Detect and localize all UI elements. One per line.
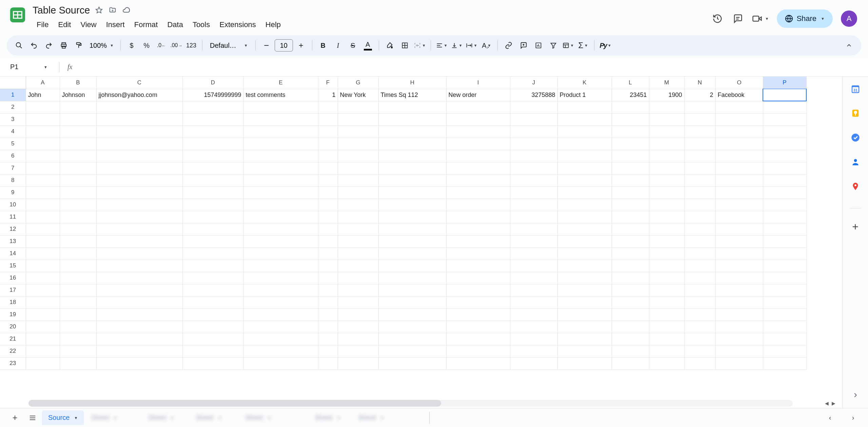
history-icon[interactable] <box>711 13 724 25</box>
col-header-J[interactable]: J <box>510 77 557 89</box>
cell[interactable] <box>684 296 715 308</box>
cell[interactable] <box>96 308 182 321</box>
cell[interactable] <box>557 223 612 235</box>
cell[interactable] <box>60 125 96 138</box>
cell[interactable] <box>60 235 96 247</box>
cell[interactable] <box>378 150 446 162</box>
cell[interactable] <box>684 113 715 125</box>
cell[interactable] <box>557 101 612 113</box>
cell[interactable] <box>338 345 378 357</box>
cell[interactable] <box>510 296 557 308</box>
bold-button[interactable]: B <box>316 39 330 52</box>
cell[interactable] <box>510 260 557 272</box>
maps-icon[interactable] <box>849 180 862 192</box>
cell[interactable] <box>26 162 60 174</box>
cell[interactable] <box>26 284 60 296</box>
print-icon[interactable] <box>57 39 71 52</box>
cell[interactable] <box>26 357 60 369</box>
cell[interactable] <box>96 223 182 235</box>
cell[interactable] <box>96 247 182 260</box>
cell[interactable] <box>446 260 510 272</box>
menu-insert[interactable]: Insert <box>102 18 129 31</box>
cell[interactable] <box>60 223 96 235</box>
cell[interactable] <box>510 162 557 174</box>
cell[interactable] <box>763 186 806 199</box>
zoom-selector[interactable]: 100%▼ <box>87 42 116 49</box>
cell[interactable]: 23451 <box>612 89 649 101</box>
cell[interactable]: 3275888 <box>510 89 557 101</box>
sheets-logo[interactable] <box>7 4 28 26</box>
cell[interactable] <box>446 235 510 247</box>
row-header[interactable]: 9 <box>0 186 26 199</box>
cell[interactable] <box>96 284 182 296</box>
cell[interactable] <box>243 101 318 113</box>
row-header[interactable]: 16 <box>0 272 26 284</box>
cell[interactable] <box>96 101 182 113</box>
cell[interactable] <box>26 125 60 138</box>
cell[interactable] <box>763 199 806 211</box>
formula-bar[interactable] <box>78 62 861 72</box>
cell[interactable] <box>318 260 338 272</box>
cell[interactable] <box>446 296 510 308</box>
cell[interactable] <box>96 211 182 223</box>
row-header[interactable]: 11 <box>0 211 26 223</box>
cell[interactable] <box>96 138 182 150</box>
doc-title[interactable]: Table Source <box>33 5 90 16</box>
col-header-L[interactable]: L <box>612 77 649 89</box>
row-header[interactable]: 17 <box>0 284 26 296</box>
cell[interactable] <box>338 247 378 260</box>
cell[interactable] <box>763 150 806 162</box>
cell[interactable] <box>60 138 96 150</box>
cell[interactable] <box>612 150 649 162</box>
cell[interactable] <box>510 101 557 113</box>
cell[interactable] <box>338 357 378 369</box>
borders-button[interactable] <box>398 39 412 52</box>
merge-cells-button[interactable]: ▼ <box>413 39 427 52</box>
cell[interactable] <box>715 296 763 308</box>
cell[interactable] <box>612 113 649 125</box>
menu-file[interactable]: File <box>33 18 53 31</box>
cell[interactable] <box>378 321 446 333</box>
cell[interactable] <box>182 247 243 260</box>
cell[interactable] <box>96 113 182 125</box>
cell[interactable] <box>243 113 318 125</box>
cell[interactable] <box>649 223 684 235</box>
cell[interactable] <box>243 308 318 321</box>
cell[interactable] <box>612 272 649 284</box>
cell[interactable] <box>684 223 715 235</box>
cell[interactable] <box>510 321 557 333</box>
cell[interactable] <box>715 333 763 345</box>
cell[interactable] <box>446 125 510 138</box>
cell[interactable] <box>60 186 96 199</box>
cell[interactable] <box>318 162 338 174</box>
cell[interactable] <box>26 308 60 321</box>
cell[interactable] <box>26 199 60 211</box>
cell[interactable] <box>557 199 612 211</box>
cell[interactable] <box>763 260 806 272</box>
cell[interactable] <box>26 223 60 235</box>
cell[interactable] <box>26 333 60 345</box>
wrap-button[interactable]: ▼ <box>465 39 478 52</box>
cell[interactable] <box>612 186 649 199</box>
cell[interactable] <box>684 186 715 199</box>
cell[interactable] <box>612 125 649 138</box>
cell[interactable] <box>684 174 715 186</box>
cell[interactable] <box>338 284 378 296</box>
cell[interactable] <box>378 101 446 113</box>
currency-button[interactable]: $ <box>125 39 138 52</box>
cell[interactable] <box>557 211 612 223</box>
cell[interactable] <box>763 174 806 186</box>
menu-view[interactable]: View <box>76 18 100 31</box>
cell[interactable] <box>243 284 318 296</box>
insert-chart-icon[interactable] <box>532 39 545 52</box>
cell[interactable] <box>715 345 763 357</box>
cell[interactable] <box>612 333 649 345</box>
cell[interactable] <box>338 223 378 235</box>
decrease-font-icon[interactable]: − <box>260 39 273 52</box>
keep-icon[interactable] <box>849 107 862 119</box>
cell[interactable] <box>26 296 60 308</box>
cell[interactable] <box>318 284 338 296</box>
cell[interactable] <box>243 186 318 199</box>
horizontal-scrollbar[interactable] <box>28 400 793 407</box>
cell[interactable] <box>557 260 612 272</box>
